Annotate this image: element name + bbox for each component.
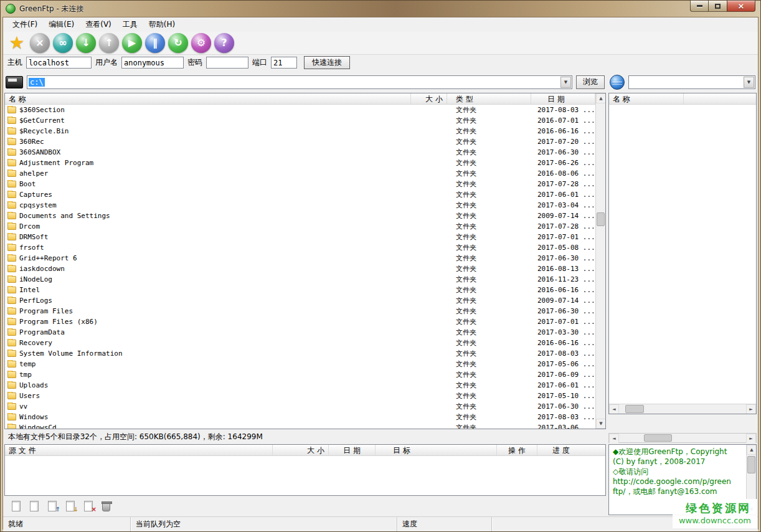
file-date: 2017-06-30 ...: [531, 402, 595, 411]
remote-path-combo[interactable]: ▼: [628, 75, 755, 89]
file-row[interactable]: 360Rec 文件夹 2017-07-20 ...: [5, 136, 595, 147]
maximize-button[interactable]: [709, 1, 727, 12]
column-header-type[interactable]: 类 型: [447, 93, 531, 104]
scroll-left-icon[interactable]: ◄: [609, 434, 619, 444]
folder-icon: [7, 138, 16, 145]
scroll-up-icon[interactable]: ▲: [596, 93, 606, 103]
queue-up-icon[interactable]: ↑: [48, 499, 60, 511]
file-row[interactable]: vv 文件夹 2017-06-30 ...: [5, 401, 595, 412]
scroll-up-icon[interactable]: ▲: [747, 445, 757, 455]
start-transfer-button[interactable]: ▶: [122, 33, 142, 53]
file-row[interactable]: Boot 文件夹 2017-07-28 ...: [5, 179, 595, 189]
chevron-down-icon[interactable]: ▼: [560, 77, 571, 88]
menu-item[interactable]: 帮助(H): [143, 17, 181, 32]
file-row[interactable]: Program Files (x86) 文件夹 2017-07-01 ...: [5, 316, 595, 327]
file-row[interactable]: ProgramData 文件夹 2017-03-30 ...: [5, 327, 595, 338]
queue-clear-icon[interactable]: [102, 499, 115, 511]
refresh-button[interactable]: ↻: [168, 33, 188, 53]
column-header-source[interactable]: 源 文 件: [5, 445, 273, 455]
file-type: 文件夹: [447, 148, 531, 157]
column-header-name[interactable]: 名 称: [609, 93, 684, 104]
host-input[interactable]: [26, 57, 92, 69]
close-button[interactable]: ×: [727, 1, 755, 12]
scroll-thumb[interactable]: [747, 456, 755, 473]
username-input[interactable]: [121, 57, 184, 69]
file-date: 2017-08-03 ...: [531, 106, 595, 114]
scroll-track[interactable]: [619, 434, 746, 442]
file-row[interactable]: temp 文件夹 2017-05-06 ...: [5, 359, 595, 369]
scroll-right-icon[interactable]: ►: [746, 404, 756, 414]
file-row[interactable]: frsoft 文件夹 2017-05-08 ...: [5, 242, 595, 253]
file-date: 2016-11-23 ...: [531, 275, 595, 283]
queue-down-icon[interactable]: ↓: [66, 499, 78, 511]
disconnect-button[interactable]: ×: [30, 33, 50, 53]
menu-item[interactable]: 查看(V): [80, 17, 117, 32]
menu-item[interactable]: 工具: [117, 17, 143, 32]
browse-button[interactable]: 浏览: [576, 75, 605, 89]
scroll-thumb[interactable]: [597, 212, 605, 226]
settings-button[interactable]: ⚙: [191, 33, 211, 53]
scroll-down-icon[interactable]: ▼: [596, 419, 606, 429]
file-row[interactable]: Intel 文件夹 2016-06-16 ...: [5, 285, 595, 295]
file-row[interactable]: Adjustment Program 文件夹 2017-06-26 ...: [5, 158, 595, 168]
scroll-track[interactable]: [619, 404, 746, 414]
file-row[interactable]: Windows 文件夹 2017-08-03 ...: [5, 412, 595, 422]
file-row[interactable]: tmp 文件夹 2017-06-09 ...: [5, 369, 595, 380]
column-header-target[interactable]: 目 标: [376, 445, 497, 455]
file-row[interactable]: $360Section 文件夹 2017-08-03 ...: [5, 105, 595, 115]
file-row[interactable]: iNodeLog 文件夹 2016-11-23 ...: [5, 274, 595, 285]
queue-new-icon[interactable]: [12, 499, 24, 511]
password-input[interactable]: [206, 57, 248, 69]
scroll-track[interactable]: [747, 455, 756, 505]
port-input[interactable]: [271, 57, 297, 69]
scroll-track[interactable]: [596, 103, 605, 419]
file-row[interactable]: Uploads 文件夹 2017-06-01 ...: [5, 380, 595, 391]
scroll-thumb[interactable]: [625, 405, 644, 413]
file-row[interactable]: iaskdocdown 文件夹 2016-08-13 ...: [5, 264, 595, 274]
local-path-combo[interactable]: c:\ ▼: [27, 75, 572, 89]
file-row[interactable]: System Volume Information 文件夹 2017-08-03…: [5, 348, 595, 359]
file-row[interactable]: DRMSoft 文件夹 2017-07-01 ...: [5, 232, 595, 242]
remote-lower-scrollbar[interactable]: ◄ ►: [608, 433, 757, 443]
minimize-button[interactable]: [690, 1, 709, 12]
scroll-left-icon[interactable]: ◄: [609, 404, 619, 414]
local-vertical-scrollbar[interactable]: ▲ ▼: [595, 93, 605, 429]
queue-remove-icon[interactable]: ×: [84, 499, 97, 511]
file-row[interactable]: PerfLogs 文件夹 2009-07-14 ...: [5, 295, 595, 306]
file-row[interactable]: Documents and Settings 文件夹 2009-07-14 ..…: [5, 211, 595, 221]
file-row[interactable]: Users 文件夹 2017-05-10 ...: [5, 391, 595, 401]
quick-connect-button[interactable]: 快速连接: [304, 56, 350, 69]
favorites-button[interactable]: ★: [7, 33, 27, 53]
download-button[interactable]: ↓: [76, 33, 96, 53]
file-row[interactable]: Drcom 文件夹 2017-07-28 ...: [5, 221, 595, 232]
upload-button[interactable]: ↑: [99, 33, 119, 53]
column-header-progress[interactable]: 进 度: [537, 445, 605, 455]
scroll-right-icon[interactable]: ►: [746, 434, 756, 444]
column-header-size[interactable]: 大 小: [411, 93, 447, 104]
file-row[interactable]: $Recycle.Bin 文件夹 2016-06-16 ...: [5, 126, 595, 136]
file-row[interactable]: Captures 文件夹 2017-06-01 ...: [5, 189, 595, 200]
pause-button[interactable]: ‖: [145, 33, 165, 53]
file-row[interactable]: 360SANDBOX 文件夹 2017-06-30 ...: [5, 147, 595, 158]
file-row[interactable]: $GetCurrent 文件夹 2016-07-01 ...: [5, 115, 595, 126]
chevron-down-icon[interactable]: ▼: [744, 77, 754, 88]
menu-item[interactable]: 编辑(E): [43, 17, 80, 32]
network-globe-icon: [610, 75, 625, 90]
column-header-date[interactable]: 日 期: [329, 445, 376, 455]
help-button[interactable]: ?: [214, 33, 234, 53]
file-row[interactable]: ahelper 文件夹 2016-08-06 ...: [5, 168, 595, 179]
file-row[interactable]: Program Files 文件夹 2017-06-30 ...: [5, 306, 595, 316]
menu-item[interactable]: 文件(F): [7, 17, 43, 32]
connect-button[interactable]: ∞: [53, 33, 73, 53]
queue-copy-icon[interactable]: [30, 499, 42, 511]
file-row[interactable]: cpqsystem 文件夹 2017-03-04 ...: [5, 200, 595, 211]
file-row[interactable]: Grid++Report 6 文件夹 2017-06-30 ...: [5, 253, 595, 264]
column-header-date[interactable]: 日 期: [531, 93, 595, 104]
remote-horizontal-scrollbar[interactable]: ◄ ►: [609, 404, 756, 414]
scroll-thumb[interactable]: [644, 434, 672, 442]
column-header-name[interactable]: 名 称: [5, 93, 411, 104]
column-header-action[interactable]: 操 作: [497, 445, 537, 455]
file-row[interactable]: WindowsCd 文件夹 2017-03-06 ...: [5, 422, 595, 429]
column-header-size[interactable]: 大 小: [273, 445, 329, 455]
file-row[interactable]: Recovery 文件夹 2016-06-16 ...: [5, 338, 595, 348]
